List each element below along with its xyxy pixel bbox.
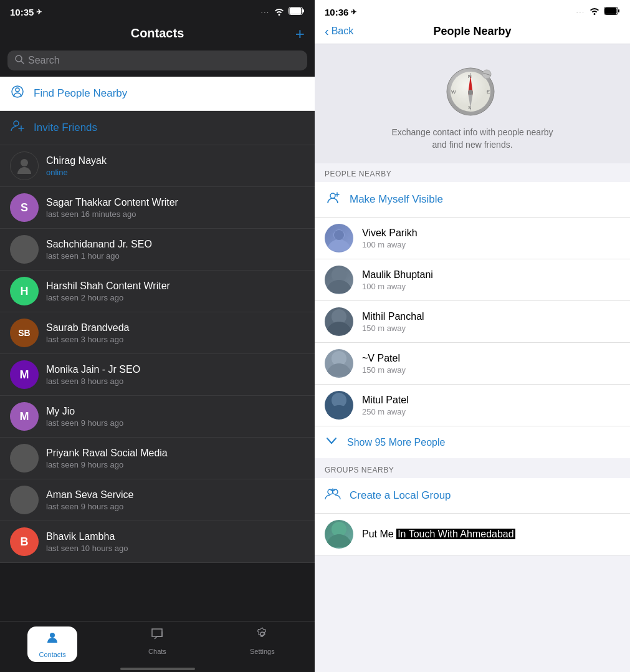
avatar [325, 349, 353, 378]
avatar [10, 235, 39, 264]
people-info: ~V Patel 150 m away [362, 353, 620, 375]
contact-status: last seen 9 hours ago [46, 502, 305, 511]
contact-name: Aman Seva Service [46, 489, 305, 501]
put-me-in-touch-row[interactable]: Put Me In Touch With Ahmedabad [315, 514, 630, 555]
svg-point-6 [16, 88, 19, 92]
location-icon-left: ✈ [36, 8, 42, 16]
contact-info: Chirag Nayak online [46, 155, 305, 177]
svg-text:W: W [451, 89, 456, 95]
contact-name: Saurab Brandveda [46, 322, 305, 334]
wifi-icon-left [274, 7, 285, 17]
status-bar-right: 10:36 ✈ ··· [315, 0, 630, 21]
search-bar[interactable]: Search [7, 50, 307, 70]
contacts-nav-label: Contacts [39, 651, 65, 658]
people-row[interactable]: Mithil Panchal 150 m away [315, 301, 630, 343]
header-right: ‹ Back People Nearby [315, 21, 630, 44]
svg-point-12 [260, 632, 264, 636]
contact-row[interactable]: S Sagar Thakkar Content Writer last seen… [0, 187, 315, 229]
contact-row[interactable]: M My Jio last seen 9 hours ago [0, 396, 315, 438]
people-name: ~V Patel [362, 353, 620, 364]
create-local-group-label: Create a Local Group [350, 489, 451, 502]
people-info: Vivek Parikh 100 m away [362, 228, 620, 249]
contact-row[interactable]: Sachchidanand Jr. SEO last seen 1 hour a… [0, 229, 315, 271]
add-contact-button[interactable]: + [295, 26, 305, 42]
people-row[interactable]: Vivek Parikh 100 m away [315, 218, 630, 259]
put-me-label-container: Put Me In Touch With Ahmedabad [362, 529, 620, 540]
invite-friends-item[interactable]: Invite Friends [0, 111, 315, 145]
search-icon-left [15, 55, 24, 66]
invite-label: Invite Friends [34, 122, 97, 134]
chevron-down-icon [325, 434, 338, 451]
home-indicator-left [0, 668, 315, 672]
contact-status: last seen 9 hours ago [46, 460, 305, 469]
header-left: Contacts + [0, 21, 315, 47]
people-info: Mithil Panchal 150 m away [362, 311, 620, 333]
svg-point-11 [50, 633, 55, 638]
svg-rect-1 [290, 8, 302, 14]
contact-row[interactable]: Priyank Raval Social Media last seen 9 h… [0, 438, 315, 479]
avatar: S [10, 193, 39, 222]
people-distance: 100 m away [362, 240, 620, 249]
show-more-row[interactable]: Show 95 More People [315, 426, 630, 458]
contact-row[interactable]: H Harshil Shah Content Writer last seen … [0, 271, 315, 312]
contact-row[interactable]: M Monika Jain - Jr SEO last seen 8 hours… [0, 354, 315, 396]
nav-contacts[interactable]: Contacts [0, 626, 105, 662]
compass-description: Exchange contact info with people nearby… [391, 127, 553, 151]
wifi-icon-right [589, 6, 600, 17]
svg-text:E: E [487, 89, 490, 95]
settings-nav-label: Settings [250, 648, 275, 655]
contact-status: last seen 3 hours ago [46, 335, 305, 344]
people-row[interactable]: Mitul Patel 250 m away [315, 385, 630, 426]
contact-info: Saurab Brandveda last seen 3 hours ago [46, 322, 305, 344]
contact-row[interactable]: B Bhavik Lambha last seen 10 hours ago [0, 521, 315, 563]
svg-point-28 [468, 90, 473, 95]
battery-icon-left [289, 6, 305, 17]
bottom-nav: Contacts Chats Settings [0, 621, 315, 672]
svg-point-7 [14, 121, 19, 126]
svg-line-4 [21, 61, 24, 64]
nav-settings[interactable]: Settings [210, 626, 315, 655]
contact-status: last seen 9 hours ago [46, 418, 305, 428]
people-distance: 150 m away [362, 324, 620, 333]
people-distance: 100 m away [362, 282, 620, 291]
people-distance: 150 m away [362, 365, 620, 375]
contact-name: Harshil Shah Content Writer [46, 281, 305, 292]
find-people-nearby-item[interactable]: Find People Nearby [0, 77, 315, 111]
put-me-label: Put Me In Touch With Ahmedabad [362, 529, 620, 540]
dots-icon-left: ··· [261, 9, 270, 16]
contact-info: Priyank Raval Social Media last seen 9 h… [46, 448, 305, 469]
contact-status: online [46, 168, 305, 177]
status-icons-left: ··· [261, 6, 305, 17]
contact-info: Harshil Shah Content Writer last seen 2 … [46, 281, 305, 302]
make-visible-icon [325, 190, 341, 209]
contact-info: Aman Seva Service last seen 9 hours ago [46, 489, 305, 511]
make-visible-row[interactable]: Make Myself Visible [315, 182, 630, 218]
search-placeholder: Search [28, 55, 60, 66]
contact-row[interactable]: SB Saurab Brandveda last seen 3 hours ag… [0, 312, 315, 354]
contact-status: last seen 16 minutes ago [46, 209, 305, 219]
avatar [10, 444, 39, 473]
back-button[interactable]: ‹ Back [325, 25, 353, 37]
create-local-group-row[interactable]: Create a Local Group [315, 478, 630, 514]
contact-status: last seen 8 hours ago [46, 377, 305, 386]
svg-rect-2 [303, 9, 304, 12]
people-row[interactable]: Maulik Bhuptani 100 m away [315, 259, 630, 301]
contact-info: Monika Jain - Jr SEO last seen 8 hours a… [46, 364, 305, 386]
people-row[interactable]: ~V Patel 150 m away [315, 343, 630, 385]
groups-nearby-header: GROUPS NEARBY [315, 458, 630, 478]
people-name: Vivek Parikh [362, 228, 620, 239]
battery-icon-right [604, 6, 620, 17]
svg-point-40 [328, 489, 333, 494]
right-panel: 10:36 ✈ ··· ‹ Back People Nearby [315, 0, 630, 672]
nav-chats[interactable]: Chats [105, 626, 209, 655]
contact-row[interactable]: Chirag Nayak online [0, 145, 315, 187]
compass-section: N S E W Exchange contact info with peopl… [315, 44, 630, 163]
contact-name: Priyank Raval Social Media [46, 448, 305, 459]
avatar: B [10, 527, 39, 556]
make-visible-label: Make Myself Visible [350, 193, 443, 206]
chats-nav-icon [150, 626, 165, 645]
settings-nav-icon [255, 626, 270, 645]
contacts-nav-icon [45, 630, 60, 649]
people-nearby-header: PEOPLE NEARBY [315, 163, 630, 182]
contact-row[interactable]: Aman Seva Service last seen 9 hours ago [0, 479, 315, 521]
